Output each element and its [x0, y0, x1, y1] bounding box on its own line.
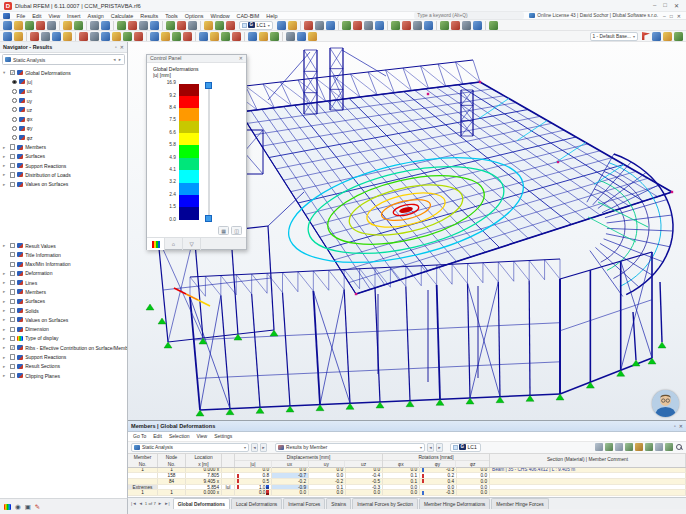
slider-handle-top[interactable]: [205, 82, 212, 89]
tree-item-component[interactable]: uz: [0, 105, 127, 114]
scale-slider[interactable]: [203, 82, 215, 227]
radio-button[interactable]: [12, 117, 17, 122]
toolbar-icon[interactable]: [364, 21, 373, 30]
checkbox[interactable]: [10, 299, 15, 304]
toolbar-icon[interactable]: [75, 32, 76, 41]
checkbox[interactable]: [10, 364, 15, 369]
slider-handle-bottom[interactable]: [205, 215, 212, 222]
checkbox[interactable]: [10, 154, 15, 159]
tab-factors[interactable]: ⌂: [165, 238, 183, 250]
table-tab[interactable]: Member Hinge Forces: [491, 498, 548, 509]
dock-pin-icon[interactable]: ▫: [674, 423, 676, 429]
toolbar-icon[interactable]: [86, 21, 87, 30]
tree-item-result-category[interactable]: ▸ Surfaces: [0, 152, 127, 161]
toolbar-icon[interactable]: [112, 32, 121, 41]
expander-icon[interactable]: ▸: [3, 336, 8, 341]
toolbar-icon[interactable]: [375, 21, 384, 30]
table-tab[interactable]: Global Deformations: [173, 498, 230, 509]
toolbar-icon[interactable]: [489, 21, 498, 30]
display-properties-icon[interactable]: [4, 504, 11, 510]
menu-item[interactable]: File: [13, 13, 29, 19]
app-menu-icon[interactable]: [3, 13, 10, 19]
table-chart-icon[interactable]: [615, 443, 623, 451]
table-tab[interactable]: Internal Forces by Section: [352, 498, 418, 509]
menu-item[interactable]: Help: [263, 13, 281, 19]
table-tab[interactable]: Local Deformations: [231, 498, 282, 509]
tree-item-display-option[interactable]: ▸ Support Reactions: [0, 352, 127, 361]
tree-item-display-option[interactable]: ▸ Lines: [0, 278, 127, 287]
toolbar-icon[interactable]: [63, 21, 72, 30]
toolbar-icon[interactable]: [113, 21, 114, 30]
menu-item[interactable]: Results: [137, 13, 162, 19]
radio-button[interactable]: [12, 80, 17, 85]
checkbox[interactable]: [10, 262, 15, 267]
tree-item-display-option[interactable]: ▸ Clipping Planes: [0, 371, 127, 380]
tree-item-display-option[interactable]: ▸ Result Sections: [0, 362, 127, 371]
toolbar-icon[interactable]: [270, 32, 279, 41]
load-case-selector[interactable]: G LC1: [450, 443, 481, 452]
expander-icon[interactable]: ▸: [3, 327, 8, 332]
checkbox[interactable]: [10, 354, 15, 359]
toolbar-icon[interactable]: [210, 32, 219, 41]
toolbar-icon[interactable]: [183, 32, 192, 41]
tree-item-display-option[interactable]: ▸ Values on Surfaces: [0, 315, 127, 324]
last-table-button[interactable]: ►|: [164, 501, 170, 506]
toolbar-icon[interactable]: [199, 32, 208, 41]
tab-color-scale[interactable]: [147, 238, 165, 250]
table-settings-icon[interactable]: [665, 443, 673, 451]
table-print-icon[interactable]: [605, 443, 613, 451]
checkbox[interactable]: [10, 280, 15, 285]
toolbar-icon[interactable]: [277, 21, 286, 30]
next-case-button[interactable]: ►: [260, 443, 267, 452]
checkbox[interactable]: [10, 243, 15, 248]
toolbar-icon[interactable]: [308, 32, 317, 41]
tree-item-display-option[interactable]: ▸ Type of display: [0, 334, 127, 343]
checkbox[interactable]: [10, 336, 15, 341]
toolbar-icon[interactable]: [47, 21, 56, 30]
checkbox[interactable]: [10, 289, 15, 294]
table-select-icon[interactable]: [625, 443, 633, 451]
toolbar-icon[interactable]: [26, 32, 27, 41]
toolbar-icon[interactable]: [25, 21, 34, 30]
tree-item-display-option[interactable]: ▸ Max/Min Information: [0, 259, 127, 268]
close-button[interactable]: ✕: [674, 2, 679, 9]
toolbar-icon[interactable]: [338, 21, 339, 30]
checkbox[interactable]: [10, 308, 15, 313]
results-by-dropdown[interactable]: Results by Member ▾: [275, 443, 425, 452]
menu-item[interactable]: Insert: [64, 13, 84, 19]
table-tab[interactable]: Member Hinge Deformations: [419, 498, 490, 509]
doc-close-button[interactable]: ✕: [677, 13, 681, 19]
toolbar-icon[interactable]: [162, 21, 163, 30]
radio-button[interactable]: [12, 126, 17, 131]
toolbar-icon[interactable]: [117, 21, 126, 30]
table-menu-item[interactable]: Selection: [166, 433, 193, 439]
menu-item[interactable]: CAD-BIM: [233, 13, 263, 19]
tree-item-component[interactable]: φx: [0, 114, 127, 123]
toolbar-icon[interactable]: [300, 21, 301, 30]
expander-icon[interactable]: ▸: [3, 317, 8, 322]
prev-table-button[interactable]: ◄: [427, 443, 434, 452]
tree-item-component[interactable]: ux: [0, 87, 127, 96]
table-menu-item[interactable]: Settings: [211, 433, 235, 439]
table-tab[interactable]: Strains: [326, 498, 351, 509]
toolbar-icon[interactable]: [161, 32, 170, 41]
toolbar-icon[interactable]: [177, 21, 186, 30]
toolbar-icon[interactable]: [74, 21, 83, 30]
table-menu-item[interactable]: Go To: [130, 433, 149, 439]
table-row[interactable]: 1 1 0.000 x 0.0 0.0 0.0 0.0 0.0 -0.3 0.0: [128, 490, 686, 496]
toolbar-icon[interactable]: [674, 32, 683, 41]
toolbar-icon[interactable]: [195, 32, 196, 41]
toolbar-icon[interactable]: [36, 21, 45, 30]
expander-icon[interactable]: ▸: [3, 373, 8, 378]
toolbar-icon[interactable]: [282, 32, 283, 41]
expander-icon[interactable]: ▸: [3, 172, 8, 177]
toolbar-icon[interactable]: [342, 21, 351, 30]
panel-options-button[interactable]: ▦: [218, 226, 229, 235]
toolbar-icon[interactable]: [304, 21, 313, 30]
visibility-dropdown[interactable]: 1 - Default Base... ▾: [590, 32, 638, 41]
tree-item-result-category[interactable]: ▸ Members: [0, 142, 127, 151]
toolbar-icon[interactable]: [436, 21, 437, 30]
checkbox[interactable]: [10, 317, 15, 322]
checkbox[interactable]: [10, 327, 15, 332]
expander-icon[interactable]: ▸: [3, 271, 8, 276]
